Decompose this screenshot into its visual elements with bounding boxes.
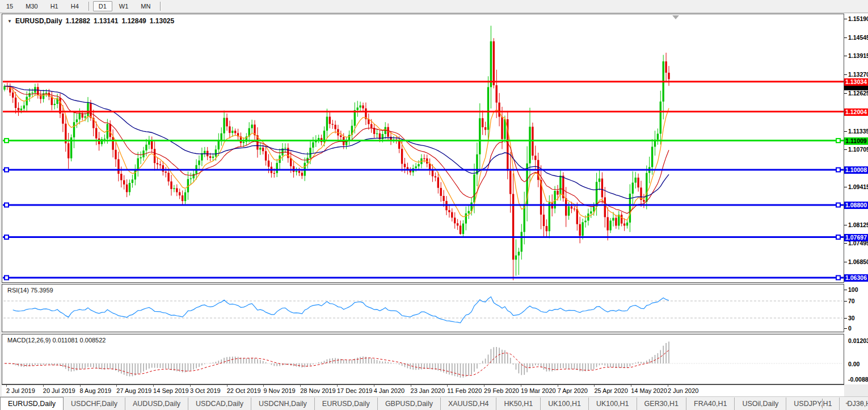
tab-scroll-controls: ◄ ► (844, 400, 865, 406)
chart-tab-hk50-h1[interactable]: HK50,H1 (496, 398, 541, 410)
chart-shift-marker-icon[interactable] (672, 15, 679, 19)
date-axis-tick-mark (484, 385, 484, 387)
hline-handle[interactable] (836, 139, 840, 143)
collapse-triangle-icon[interactable]: ▼ (7, 19, 12, 24)
ohlc-open: 1.12882 (66, 17, 90, 25)
date-axis-tick-mark (594, 385, 595, 387)
chart-tab-ger30-h1[interactable]: GER30,H1 (637, 398, 686, 410)
date-axis-tick-mark (374, 385, 374, 387)
date-axis-label: 22 Oct 2019 (227, 387, 261, 394)
date-axis-tick-mark (80, 385, 81, 387)
chart-tab-uk100-h1[interactable]: UK100,H1 (589, 398, 637, 410)
date-axis-tick-mark (668, 385, 668, 387)
scroll-left-icon[interactable]: ◄ (844, 400, 850, 406)
date-axis-label: 17 Dec 2019 (337, 387, 372, 394)
price-level-badge: 1.06306 (844, 274, 868, 282)
price-axis-tick-label: 1.11335 (848, 128, 868, 135)
date-axis-label: 29 Feb 2020 (484, 387, 519, 394)
date-axis-tick-mark (6, 385, 7, 387)
chart-tab-usdcnh-daily[interactable]: USDCNH,Daily (251, 398, 315, 410)
ohlc-high: 1.13141 (94, 17, 118, 25)
hline-handle[interactable] (5, 235, 9, 239)
macd-axis-label: 0.012031 (848, 337, 868, 344)
price-level-badge: 1.07697 (844, 234, 868, 241)
main-price-chart[interactable]: ▼ EURUSD,Daily 1.12882 1.13141 1.12849 1… (2, 14, 844, 283)
timeframe-button-d1[interactable]: D1 (93, 1, 112, 11)
date-axis-label: 28 Nov 2019 (300, 387, 335, 394)
hline-handle[interactable] (836, 235, 840, 239)
rsi-axis-label: 30 (848, 315, 855, 321)
rsi-axis-tick-mark (844, 328, 847, 329)
hline-handle[interactable] (836, 168, 840, 172)
price-axis-tick-label: 1.13915 (848, 52, 868, 59)
date-axis-label: 11 Feb 2020 (447, 387, 482, 394)
price-axis-tick-label: 1.13270 (848, 71, 868, 78)
rsi-axis-tick-mark (844, 301, 847, 302)
price-level-badge: 1.12004 (844, 108, 868, 116)
price-axis-tick-mark (844, 225, 847, 225)
price-axis[interactable]: 1.151901.145451.139151.132701.126251.113… (844, 14, 868, 384)
price-axis-tick-label: 1.15190 (848, 15, 868, 22)
timeframe-button-h1[interactable]: H1 (45, 1, 64, 11)
scroll-right-icon[interactable]: ► (859, 400, 865, 406)
chart-tab-xauusd-h4[interactable]: XAUUSD,H4 (441, 398, 497, 410)
timeframe-button-mn[interactable]: MN (135, 1, 156, 11)
date-axis-tick-mark (153, 385, 154, 387)
macd-chart-canvas[interactable] (2, 334, 844, 384)
price-axis-tick-mark (844, 131, 847, 132)
date-axis-tick-mark (190, 385, 191, 387)
chart-tab-eurusd-daily[interactable]: EURUSD,Daily (0, 397, 64, 410)
hline-handle[interactable] (836, 276, 840, 280)
date-axis-tick-mark (300, 385, 301, 387)
hline-handle[interactable] (836, 203, 840, 207)
rsi-chart-canvas[interactable] (2, 285, 844, 332)
price-level-badge: 1.11009 (844, 137, 868, 145)
date-axis-label: 14 Sep 2019 (153, 387, 188, 394)
chart-title: ▼ EURUSD,Daily 1.12882 1.13141 1.12849 1… (7, 17, 174, 25)
timeframe-button-15[interactable]: 15 (1, 1, 19, 11)
price-axis-tick-mark (844, 149, 847, 150)
date-axis-label: 9 Nov 2019 (263, 387, 295, 394)
chart-tab-eurusd-daily[interactable]: EURUSD,Daily (315, 398, 378, 410)
hline-handle[interactable] (5, 168, 9, 172)
date-axis-tick-mark (263, 385, 264, 387)
date-axis-tick-mark (43, 385, 44, 387)
rsi-axis-label: 100 (848, 286, 858, 293)
date-axis-label: 23 Jan 2020 (411, 387, 445, 394)
chart-tab-fra40-h1[interactable]: FRA40,H1 (686, 398, 735, 410)
price-axis-tick-mark (844, 262, 847, 262)
timeframe-button-h4[interactable]: H4 (65, 1, 85, 11)
price-axis-tick-mark (844, 243, 847, 244)
timeframe-button-m30[interactable]: M30 (20, 1, 43, 11)
rsi-indicator-panel[interactable]: RSI(14) 75.3959 (2, 284, 844, 332)
macd-indicator-panel[interactable]: MACD(12,26,9) 0.011081 0.008522 (2, 334, 844, 384)
date-axis-label: 2 Jul 2019 (6, 387, 35, 394)
chart-tab-usoil-daily[interactable]: USOil,Daily (735, 398, 786, 410)
date-axis-tick-mark (227, 385, 227, 387)
tabbar-divider (822, 399, 823, 408)
hline-handle[interactable] (5, 276, 9, 280)
date-axis-label: 14 May 2020 (631, 387, 667, 394)
chart-tab-usdjpy-h1[interactable]: USDJPY,H1 (786, 398, 840, 410)
rsi-axis-tick-mark (844, 318, 847, 319)
price-axis-tick-mark (844, 187, 847, 187)
price-axis-tick-label: 1.10705 (848, 146, 868, 153)
candlestick-chart-canvas[interactable] (2, 14, 844, 282)
chart-tab-gbpusd-daily[interactable]: GBPUSD,Daily (378, 398, 441, 410)
chart-tab-audusd-daily[interactable]: AUDUSD,Daily (125, 398, 188, 410)
toolbar-separator (160, 2, 161, 11)
chart-tab-uk100-h1[interactable]: UK100,H1 (541, 398, 589, 410)
chart-tab-usdchf-daily[interactable]: USDCHF,Daily (64, 398, 125, 410)
macd-axis-label: 0.00 (848, 361, 859, 367)
rsi-axis-label: 0 (848, 325, 852, 332)
price-axis-tick-label: 1.09415 (848, 183, 868, 190)
chart-tab-bar: EURUSD,DailyUSDCHF,DailyAUDUSD,DailyUSDC… (0, 396, 868, 410)
date-axis-tick-mark (631, 385, 631, 387)
date-axis-label: 19 Mar 2020 (521, 387, 556, 394)
rsi-axis-tick-mark (844, 290, 847, 290)
chart-tab-usdcad-daily[interactable]: USDCAD,Daily (188, 398, 251, 410)
hline-handle[interactable] (5, 139, 9, 143)
date-axis[interactable]: 2 Jul 201920 Jul 20198 Aug 201927 Aug 20… (2, 384, 844, 396)
hline-handle[interactable] (5, 203, 9, 207)
timeframe-button-w1[interactable]: W1 (113, 1, 134, 11)
